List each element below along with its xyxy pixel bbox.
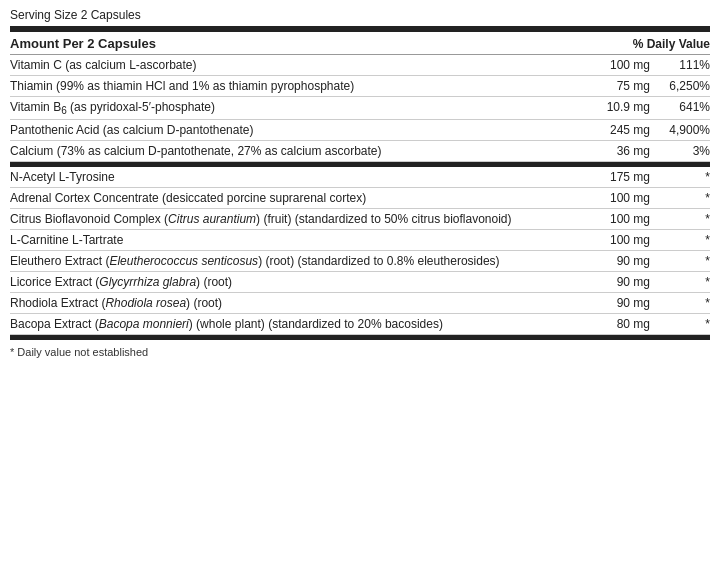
nutrition-header: Amount Per 2 Capsules % Daily Value [10,32,710,55]
nutrient-name: Thiamin (99% as thiamin HCl and 1% as th… [10,79,580,93]
nutrient-dv: * [650,233,710,247]
nutrient-name: Rhodiola Extract (Rhodiola rosea) (root) [10,296,580,310]
amount-per-serving-header: Amount Per 2 Capsules [10,36,156,51]
other-ingredients-section: N-Acetyl L-Tyrosine 175 mg * Adrenal Cor… [10,167,710,335]
nutrient-name: Licorice Extract (Glycyrrhiza glabra) (r… [10,275,580,289]
nutrient-dv: 111% [650,58,710,72]
nutrient-name: N-Acetyl L-Tyrosine [10,170,580,184]
nutrient-amount: 100 mg [580,58,650,72]
nutrient-name: Vitamin B6 (as pyridoxal-5′-phosphate) [10,100,580,116]
vitamins-section: Vitamin C (as calcium L-ascorbate) 100 m… [10,55,710,162]
nutrient-name: Adrenal Cortex Concentrate (desiccated p… [10,191,580,205]
daily-value-header: % Daily Value [633,37,710,51]
table-row: L-Carnitine L-Tartrate 100 mg * [10,230,710,251]
nutrient-amount: 90 mg [580,254,650,268]
table-row: Calcium (73% as calcium D-pantothenate, … [10,141,710,162]
nutrient-amount: 175 mg [580,170,650,184]
nutrient-amount: 75 mg [580,79,650,93]
nutrient-name: Bacopa Extract (Bacopa monnieri) (whole … [10,317,580,331]
serving-size-label: Serving Size 2 Capsules [10,8,710,22]
nutrient-dv: * [650,191,710,205]
table-row: Vitamin B6 (as pyridoxal-5′-phosphate) 1… [10,97,710,120]
nutrient-name: Pantothenic Acid (as calcium D-pantothen… [10,123,580,137]
nutrient-amount: 90 mg [580,275,650,289]
nutrient-dv: 4,900% [650,123,710,137]
table-row: Thiamin (99% as thiamin HCl and 1% as th… [10,76,710,97]
nutrient-amount: 36 mg [580,144,650,158]
nutrient-amount: 90 mg [580,296,650,310]
nutrient-amount: 245 mg [580,123,650,137]
table-row: Bacopa Extract (Bacopa monnieri) (whole … [10,314,710,335]
table-row: Eleuthero Extract (Eleutherococcus senti… [10,251,710,272]
nutrient-name: Calcium (73% as calcium D-pantothenate, … [10,144,580,158]
nutrient-dv: * [650,254,710,268]
nutrient-dv: * [650,275,710,289]
nutrient-name: Citrus Bioflavonoid Complex (Citrus aura… [10,212,580,226]
nutrient-dv: * [650,212,710,226]
table-row: Vitamin C (as calcium L-ascorbate) 100 m… [10,55,710,76]
nutrient-dv: 6,250% [650,79,710,93]
nutrient-amount: 100 mg [580,191,650,205]
footnote: * Daily value not established [10,340,710,358]
nutrition-panel: Serving Size 2 Capsules Amount Per 2 Cap… [0,0,720,368]
nutrient-dv: * [650,170,710,184]
table-row: Licorice Extract (Glycyrrhiza glabra) (r… [10,272,710,293]
nutrient-amount: 100 mg [580,233,650,247]
table-row: Citrus Bioflavonoid Complex (Citrus aura… [10,209,710,230]
nutrient-amount: 10.9 mg [580,100,650,114]
table-row: N-Acetyl L-Tyrosine 175 mg * [10,167,710,188]
nutrient-dv: * [650,296,710,310]
nutrient-amount: 80 mg [580,317,650,331]
nutrient-name: Vitamin C (as calcium L-ascorbate) [10,58,580,72]
nutrient-dv: 3% [650,144,710,158]
table-row: Pantothenic Acid (as calcium D-pantothen… [10,120,710,141]
nutrient-name: Eleuthero Extract (Eleutherococcus senti… [10,254,580,268]
table-row: Adrenal Cortex Concentrate (desiccated p… [10,188,710,209]
nutrient-amount: 100 mg [580,212,650,226]
nutrient-dv: * [650,317,710,331]
nutrient-dv: 641% [650,100,710,114]
nutrient-name: L-Carnitine L-Tartrate [10,233,580,247]
table-row: Rhodiola Extract (Rhodiola rosea) (root)… [10,293,710,314]
